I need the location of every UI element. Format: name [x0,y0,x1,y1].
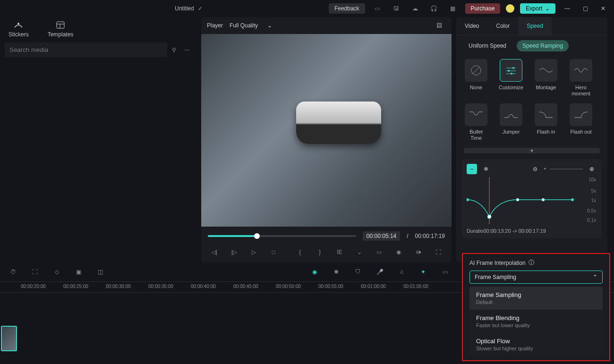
more-icon[interactable]: ⋯ [180,43,194,57]
tab-speed[interactable]: Speed [518,17,552,35]
opt-title: Optical Flow [476,338,596,345]
preset-flash-in[interactable]: Flash in [534,103,558,141]
speed-graph[interactable]: 10x 5x 1x 0.5x 0.1x [467,177,597,224]
purchase-button[interactable]: Purchase [465,3,501,14]
saved-icon: ✓ [198,5,203,12]
preset-grid: None Customize Montage Hero moment Bulle… [456,54,607,146]
preset-none[interactable]: None [464,59,488,97]
sparkle-icon[interactable]: ✦ [417,265,430,279]
crop-icon[interactable]: ⛶ [28,265,42,279]
expand-presets[interactable]: ▾ [464,148,600,153]
speed-ramping-tab[interactable]: Speed Ramping [517,40,569,51]
video-frame [201,34,452,227]
interp-title: AI Frame Interpolation [469,260,526,266]
camera-icon[interactable]: ◉ [392,245,405,259]
ai-icon[interactable]: ◉ [308,265,321,279]
uniform-speed-tab[interactable]: Uniform Speed [463,40,512,51]
dip-icon [469,110,484,119]
timer-icon[interactable]: ⏱ [7,265,20,279]
preset-bullet-time[interactable]: Bullet Time [464,103,488,141]
snapshot-preview-icon[interactable]: 🖼 [433,19,446,32]
display-icon[interactable]: ▭ [373,245,386,259]
interp-dropdown[interactable]: Frame Sampling ⌃ [469,271,603,284]
apps-icon[interactable]: ▦ [446,2,460,15]
cloud-icon[interactable]: ☁ [409,2,422,15]
ylabel: 0.1x [587,218,596,223]
marker-out-icon[interactable]: } [313,245,326,259]
video-clip[interactable] [1,326,17,351]
preset-label: Jumper [503,129,520,135]
svg-point-14 [487,215,491,219]
save-icon[interactable]: 🖫 [390,2,403,15]
info-icon[interactable]: ⓘ [529,259,534,267]
svg-point-9 [508,70,510,72]
add-keyframe-button[interactable]: − [467,164,477,174]
export-button[interactable]: Export ⌄ [520,3,555,14]
ylabel: 1x [591,198,596,203]
stickers-tab[interactable]: Stickers [9,21,29,38]
clip-label-icon[interactable]: IE [333,245,346,259]
layers-icon[interactable]: ▣ [72,265,85,279]
svg-point-0 [17,23,19,25]
tab-color[interactable]: Color [487,17,518,35]
interp-option-sampling[interactable]: Frame Sampling Default [469,287,603,310]
duration-label: Duratio00:00:13:20 -> 00:00:17:19 [467,224,597,234]
chevron-down-icon[interactable]: ⌄ [353,245,366,259]
fullscreen-icon[interactable]: ⛶ [432,245,445,259]
zoom-in-graph[interactable]: ⊕ [587,164,597,174]
maximize-button[interactable]: ▢ [579,2,591,15]
flashin-icon [538,110,554,119]
svg-line-5 [473,67,479,74]
seek-handle[interactable] [254,233,260,239]
next-frame-button[interactable]: |▷ [228,245,241,259]
preset-hero-moment[interactable]: Hero moment [569,59,593,97]
play-button[interactable]: ▷ [247,245,261,259]
feedback-button[interactable]: Feedback [329,3,365,14]
search-input[interactable] [5,42,167,57]
interp-option-blending[interactable]: Frame Blending Faster but lower quality [469,310,603,333]
prev-frame-button[interactable]: ◁| [208,245,221,259]
opt-title: Frame Blending [476,314,596,322]
preset-flash-out[interactable]: Flash out [569,103,593,141]
quality-dropdown[interactable]: Full Quality ⌄ [230,22,272,29]
close-button[interactable]: ✕ [597,2,609,15]
preset-label: Customize [499,85,523,91]
effects-icon[interactable]: ✺ [330,265,343,279]
video-preview[interactable] [201,34,452,227]
tl-mark: 00:00:40:00 [191,282,233,292]
avatar-badge[interactable] [506,4,514,13]
minimize-button[interactable]: — [561,2,573,15]
templates-tab[interactable]: Templates [48,21,74,38]
preset-jumper[interactable]: Jumper [499,103,523,141]
volume-icon[interactable]: 🕪 [412,245,425,259]
music-icon[interactable]: ♫ [395,265,408,279]
tl-mark: 00:00:45:00 [233,282,276,292]
svg-point-16 [542,198,545,201]
text-icon[interactable]: ▭ [438,265,452,279]
mic-icon[interactable]: 🎤 [373,265,386,279]
time-separator: / [407,233,408,239]
seek-bar[interactable] [208,235,356,237]
wave-icon [573,66,588,75]
preset-montage[interactable]: Montage [534,59,558,97]
tag-icon[interactable]: ◇ [50,265,63,279]
chevron-down-icon: ⌄ [267,22,272,29]
freeze-button[interactable]: ❄ [481,164,491,174]
stop-button[interactable]: □ [267,245,280,259]
marker-in-icon[interactable]: { [293,245,307,259]
zoom-out-graph[interactable]: ⊖ [530,164,540,174]
chevron-up-icon: ⌃ [593,274,597,280]
interp-option-optical[interactable]: Optical Flow Slower but higher quality [469,333,603,356]
shield-icon[interactable]: ⛉ [351,265,365,279]
templates-label: Templates [48,31,74,38]
tab-video[interactable]: Video [456,17,487,35]
chevron-down-icon: ⌄ [545,5,550,12]
sliders-icon [505,66,517,75]
opt-desc: Slower but higher quality [476,346,596,351]
sticker-icon [13,21,24,29]
split-icon[interactable]: ◫ [94,265,107,279]
device-icon[interactable]: ▭ [371,2,384,15]
headset-icon[interactable]: 🎧 [427,2,441,15]
filter-icon[interactable]: ⚲ [167,43,180,57]
preset-customize[interactable]: Customize [499,59,523,97]
